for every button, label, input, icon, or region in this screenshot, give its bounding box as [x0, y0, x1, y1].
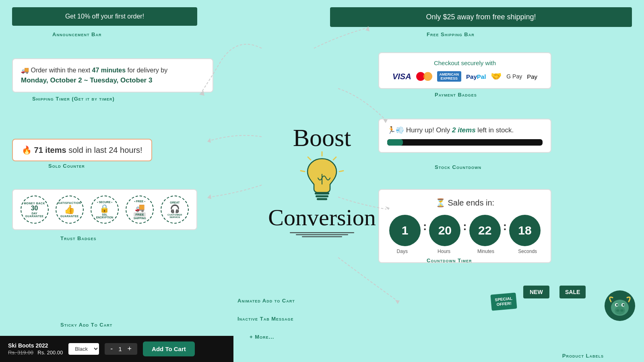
sticky-price-row: Rs. 319.00 Rs. 200.00: [8, 349, 63, 356]
svg-point-17: [620, 309, 623, 312]
applepay-logo: Pay: [527, 73, 537, 80]
sticky-price-new: Rs. 200.00: [37, 350, 63, 356]
payment-badges-label: Payment Badges: [435, 92, 477, 98]
announcement-bar: Get 10% off your first order!: [12, 7, 197, 26]
sticky-cart-label: Sticky Add To Cart: [60, 322, 112, 328]
visa-logo: VISA: [392, 72, 411, 81]
svg-rect-5: [315, 193, 329, 195]
sold-counter-label: Sold Counter: [48, 163, 85, 169]
sold-icon: 🔥: [22, 146, 34, 154]
shipping-prefix: 🚚 Order within the next: [21, 67, 92, 74]
stock-countdown-label: Stock Countdown: [435, 164, 481, 170]
label-new: NEW: [523, 286, 549, 298]
countdown-timer: ⏳ Sale ends in: 1 : 20 : 22 : 18 Days Ho…: [378, 189, 551, 263]
qty-decrease-button[interactable]: -: [109, 345, 114, 353]
stock-countdown: 🏃💨 Hurry up! Only 2 items left in stock.: [378, 119, 551, 153]
label-seconds: Seconds: [512, 249, 543, 254]
sticky-price-old: Rs. 319.00: [8, 350, 33, 356]
product-labels-label: Product Labels: [562, 353, 604, 359]
countdown-colon-2: :: [463, 220, 466, 241]
label-hours: Hours: [429, 249, 459, 254]
qty-control: - 1 +: [105, 343, 137, 355]
shipping-suffix: for delivery by: [126, 67, 167, 74]
countdown-label-row: Days Hours Minutes Seconds: [387, 249, 543, 254]
shipping-bar-label: Free Shipping Bar: [427, 31, 475, 37]
shipping-bar-text: Only $25 away from free shipping!: [426, 13, 536, 21]
progress-bar-fill: [387, 139, 403, 146]
shipping-date-range: Monday, October 2 ~ Tuesday, October 3: [21, 76, 152, 84]
boost-text: Boost: [266, 125, 378, 150]
label-sale: SALE: [559, 286, 586, 298]
svg-marker-24: [395, 300, 400, 304]
shipping-minutes: 47 minutes: [92, 67, 126, 74]
svg-line-1: [333, 157, 336, 160]
svg-point-11: [615, 306, 625, 315]
sticky-color-select[interactable]: Black: [68, 343, 99, 355]
label-special: SPECIALOFFER!: [490, 292, 517, 311]
sold-count: 71 items: [34, 146, 66, 154]
trust-badge-free-shipping: • FREE • 🚚 FREE SHIPPING: [124, 195, 156, 224]
arrow-decoration-5: [201, 173, 266, 205]
countdown-hours: 20: [429, 215, 460, 246]
label-days: Days: [387, 249, 417, 254]
sold-counter: 🔥 71 items sold in last 24 hours!: [12, 139, 152, 161]
svg-point-16: [616, 309, 619, 312]
svg-marker-22: [207, 194, 211, 199]
qty-value: 1: [118, 346, 122, 352]
countdown-seconds: 18: [509, 215, 541, 246]
paypal-logo: PayPal: [466, 73, 486, 80]
inactive-tab-label: Inactive Tab Message: [237, 316, 294, 322]
gpay-logo: G Pay: [506, 73, 522, 80]
stock-items: 2 items: [452, 126, 476, 134]
shipping-timer-label: Shipping Timer (Get it by timer): [32, 96, 115, 102]
countdown-days: 1: [389, 215, 421, 246]
trust-badge-customer-service: GREAT 🎧 CUSTOMER SERVICE: [159, 195, 191, 224]
payment-logos-row: VISA AMERICANEXPRESS PayPal 🤝 G Pay Pay: [387, 71, 543, 82]
payment-title: Checkout securely with: [387, 60, 543, 66]
progress-bar-bg: [387, 139, 543, 146]
more-label: + More...: [250, 334, 274, 340]
payment-badges: Checkout securely with VISA AMERICANEXPR…: [378, 52, 551, 89]
free-shipping-bar: Only $25 away from free shipping!: [330, 7, 632, 27]
arrow-decoration-4: [201, 121, 266, 153]
underlines: [266, 232, 378, 237]
trust-badge-satisfaction: SATISFACTION 👍 GUARANTEE: [54, 195, 86, 224]
svg-line-2: [339, 171, 343, 172]
label-minutes: Minutes: [471, 249, 501, 254]
center-illustration: Boost Conversion: [266, 125, 378, 237]
svg-point-15: [623, 304, 625, 306]
countdown-title: ⏳ Sale ends in:: [387, 198, 543, 208]
trust-badge-money-back: MONEY BACK 30 DAY GUARANTEE: [19, 195, 51, 224]
svg-line-3: [308, 157, 311, 160]
amex-logo: AMERICANEXPRESS: [437, 71, 462, 82]
countdown-minutes: 22: [469, 215, 501, 246]
qty-increase-button[interactable]: +: [126, 345, 134, 353]
add-to-cart-button[interactable]: Add To Cart: [143, 341, 195, 356]
sold-suffix: sold in last 24 hours!: [66, 146, 142, 154]
sticky-add-to-cart: Ski Boots 2022 Rs. 319.00 Rs. 200.00 Bla…: [0, 336, 233, 362]
sticky-product-info: Ski Boots 2022 Rs. 319.00 Rs. 200.00: [8, 342, 63, 356]
stock-suffix: left in stock.: [476, 126, 514, 134]
shield-logo: 🤝: [491, 71, 502, 82]
countdown-colon-1: :: [423, 220, 427, 241]
trust-badge-ssl: • SECURE • 🔒 SSL ENCRYPTION: [89, 195, 121, 224]
animated-add-to-cart-label: Animated Add to Cart: [237, 298, 295, 304]
svg-marker-21: [207, 138, 211, 143]
product-labels-area: SPECIALOFFER! NEW SALE: [487, 282, 640, 358]
trust-badges-label: Trust Badges: [60, 235, 96, 241]
svg-point-14: [616, 304, 618, 306]
countdown-colon-3: :: [503, 220, 507, 241]
shipping-timer: 🚚 Order within the next 47 minutes for d…: [12, 58, 213, 93]
mastercard-logo: [416, 71, 432, 82]
conversion-text: Conversion: [266, 204, 378, 231]
countdown-circles: 1 : 20 : 22 : 18: [387, 215, 543, 246]
svg-line-4: [301, 171, 305, 172]
bull-mascot-icon: [604, 290, 636, 322]
svg-rect-7: [317, 198, 327, 200]
trust-badges: MONEY BACK 30 DAY GUARANTEE SATISFACTION…: [12, 189, 197, 230]
stock-text: 🏃💨 Hurry up! Only 2 items left in stock.: [387, 126, 543, 134]
stock-icons: 🏃💨: [387, 126, 406, 134]
announcement-text: Get 10% off your first order!: [65, 13, 144, 20]
lightbulb-icon: [298, 150, 346, 206]
stock-prefix: Hurry up! Only: [406, 126, 452, 134]
